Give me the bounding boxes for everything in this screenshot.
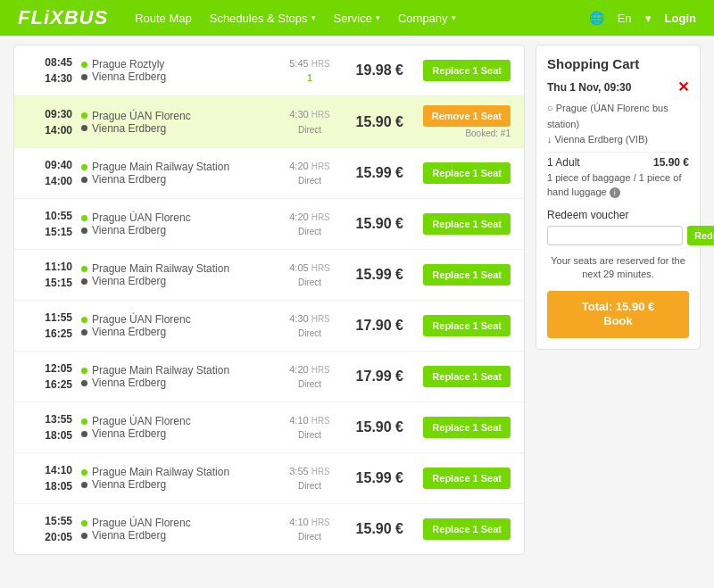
cart-close-button[interactable]: ✕ bbox=[677, 79, 689, 95]
book-button[interactable]: Total: 15.90 € Book bbox=[547, 291, 689, 339]
nav-company[interactable]: Company ▾ bbox=[398, 12, 456, 25]
from-dot-icon bbox=[81, 215, 87, 221]
nav-right: 🌐 En ▾ Login bbox=[589, 11, 696, 25]
cart-title: Shopping Cart bbox=[547, 56, 689, 71]
to-dot-icon bbox=[81, 431, 87, 437]
from-dot-icon bbox=[81, 469, 87, 476]
replace-seat-button[interactable]: Replace 1 Seat bbox=[423, 518, 511, 540]
to-dot-icon bbox=[81, 125, 87, 131]
from-dot-icon bbox=[81, 368, 87, 374]
departure-time: 14:1018:05 bbox=[28, 462, 72, 494]
chevron-down-icon: ▾ bbox=[645, 12, 652, 25]
route-info: Prague Roztyly Vienna Erdberg bbox=[81, 58, 274, 83]
divider bbox=[547, 152, 689, 153]
replace-seat-button[interactable]: Replace 1 Seat bbox=[423, 366, 511, 387]
route-info: Prague Main Railway Station Vienna Erdbe… bbox=[81, 466, 274, 491]
to-dot-icon bbox=[81, 177, 87, 183]
route-dot-from: ○ bbox=[547, 103, 556, 113]
hrs-label: HRS bbox=[311, 518, 330, 527]
replace-seat-button[interactable]: Replace 1 Seat bbox=[423, 315, 511, 336]
nav-links: Route Map Schedules & Stops ▾ Service ▾ … bbox=[135, 12, 589, 25]
table-row: 12:0516:25 Prague Main Railway Station V… bbox=[14, 352, 524, 402]
replace-seat-button[interactable]: Replace 1 Seat bbox=[423, 213, 511, 235]
action-col: Remove 1 SeatBooked: #1 bbox=[412, 105, 511, 138]
hrs-label: HRS bbox=[311, 212, 330, 222]
route-info: Prague Main Railway Station Vienna Erdbe… bbox=[81, 262, 274, 287]
replace-seat-button[interactable]: Replace 1 Seat bbox=[423, 60, 511, 81]
info-icon[interactable]: i bbox=[610, 187, 620, 198]
navbar: FLiXBUS Route Map Schedules & Stops ▾ Se… bbox=[0, 0, 714, 36]
booked-label: Booked: #1 bbox=[412, 128, 511, 138]
to-dot-icon bbox=[81, 482, 87, 488]
to-dot-icon bbox=[81, 74, 87, 80]
voucher-input[interactable] bbox=[547, 226, 683, 245]
route-dot-to: ↓ bbox=[547, 134, 555, 145]
departure-time: 11:1015:15 bbox=[28, 259, 72, 291]
table-row: 14:1018:05 Prague Main Railway Station V… bbox=[14, 453, 524, 504]
replace-seat-button[interactable]: Replace 1 Seat bbox=[423, 417, 511, 438]
cart-reserve-msg: Your seats are reserved for the next 29 … bbox=[547, 254, 689, 282]
table-row: 11:5516:25 Prague ÚAN Florenc Vienna Erd… bbox=[14, 301, 524, 352]
table-row: 08:4514:30 Prague Roztyly Vienna Erdberg… bbox=[14, 46, 524, 96]
from-dot-icon bbox=[81, 418, 87, 425]
cart-voucher-label: Redeem voucher bbox=[547, 209, 689, 221]
from-dot-icon bbox=[81, 112, 87, 119]
nav-service[interactable]: Service ▾ bbox=[334, 12, 380, 25]
hrs-label: HRS bbox=[311, 365, 330, 375]
action-col: Replace 1 Seat bbox=[412, 213, 511, 235]
price: 15.90 € bbox=[345, 216, 403, 232]
departure-time: 09:4014:00 bbox=[28, 157, 72, 189]
price: 15.99 € bbox=[345, 165, 403, 181]
action-col: Replace 1 Seat bbox=[412, 468, 511, 489]
login-button[interactable]: Login bbox=[665, 12, 696, 25]
departure-time: 11:5516:25 bbox=[28, 310, 72, 342]
hrs-label: HRS bbox=[311, 161, 330, 171]
cart-date-row: Thu 1 Nov, 09:30 ✕ bbox=[547, 79, 689, 95]
action-col: Replace 1 Seat bbox=[412, 366, 511, 387]
from-dot-icon bbox=[81, 62, 87, 68]
cart-price-line: 1 Adult 15.90 € bbox=[547, 156, 689, 169]
cart-price: 15.90 € bbox=[653, 156, 689, 169]
chevron-down-icon: ▾ bbox=[452, 13, 456, 22]
globe-icon: 🌐 bbox=[589, 11, 604, 25]
duration-info: 4:30 HRS Direct bbox=[283, 311, 336, 341]
locale-selector[interactable]: En bbox=[618, 12, 632, 25]
replace-seat-button[interactable]: Replace 1 Seat bbox=[423, 162, 511, 184]
price: 17.99 € bbox=[345, 369, 403, 385]
replace-seat-button[interactable]: Replace 1 Seat bbox=[423, 468, 511, 489]
book-label: Book bbox=[603, 314, 633, 327]
route-info: Prague Main Railway Station Vienna Erdbe… bbox=[81, 161, 274, 186]
duration-info: 4:20 HRS Direct bbox=[283, 210, 336, 239]
action-col: Replace 1 Seat bbox=[412, 518, 511, 540]
duration-info: 4:20 HRS Direct bbox=[283, 159, 336, 188]
brand-logo[interactable]: FLiXBUS bbox=[18, 6, 108, 29]
price: 15.99 € bbox=[345, 267, 403, 283]
price: 15.90 € bbox=[345, 419, 403, 435]
replace-seat-button[interactable]: Replace 1 Seat bbox=[423, 264, 511, 286]
redeem-button[interactable]: Redeem bbox=[687, 226, 714, 245]
direct-badge: Direct bbox=[298, 481, 321, 491]
nav-route-map[interactable]: Route Map bbox=[135, 12, 192, 25]
duration-info: 4:30 HRS Direct bbox=[283, 107, 336, 137]
remove-seat-button[interactable]: Remove 1 Seat bbox=[423, 105, 511, 127]
table-row: 13:5518:05 Prague ÚAN Florenc Vienna Erd… bbox=[14, 402, 524, 453]
cart-route: ○ Prague (ÚAN Florenc bus station) ↓ Vie… bbox=[547, 101, 689, 148]
direct-badge: Direct bbox=[298, 379, 321, 389]
cart-date: Thu 1 Nov, 09:30 bbox=[547, 81, 631, 94]
from-dot-icon bbox=[81, 164, 87, 170]
action-col: Replace 1 Seat bbox=[412, 264, 511, 286]
to-dot-icon bbox=[81, 380, 87, 386]
nav-schedules-stops[interactable]: Schedules & Stops ▾ bbox=[210, 12, 316, 25]
cart-passengers: 1 Adult bbox=[547, 156, 580, 169]
departure-time: 08:4514:30 bbox=[28, 54, 72, 87]
hrs-label: HRS bbox=[311, 263, 330, 273]
action-col: Replace 1 Seat bbox=[412, 162, 511, 184]
to-dot-icon bbox=[81, 533, 87, 539]
chevron-down-icon: ▾ bbox=[376, 13, 380, 22]
chevron-down-icon: ▾ bbox=[311, 13, 316, 22]
route-info: Prague ÚAN Florenc Vienna Erdberg bbox=[81, 517, 274, 542]
route-info: Prague ÚAN Florenc Vienna Erdberg bbox=[81, 110, 274, 135]
hrs-label: HRS bbox=[311, 110, 330, 120]
table-row: 15:5520:05 Prague ÚAN Florenc Vienna Erd… bbox=[14, 504, 524, 554]
price: 15.90 € bbox=[345, 521, 403, 537]
